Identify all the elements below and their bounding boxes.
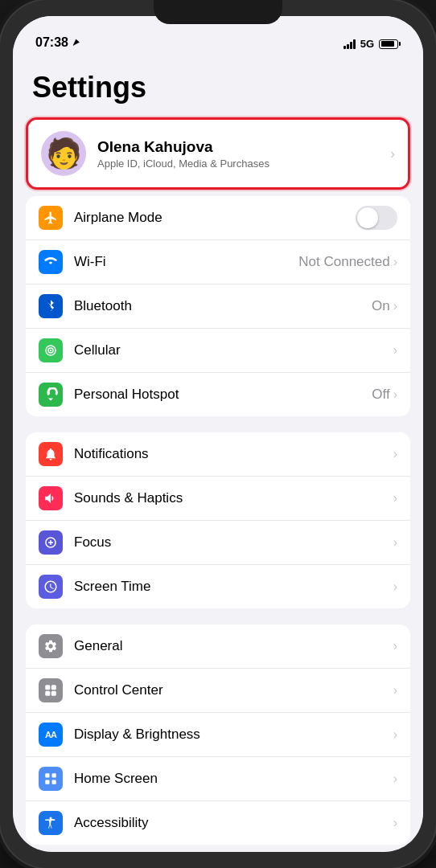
cellular-icon — [39, 338, 63, 362]
bluetooth-value: On — [372, 298, 390, 314]
screentime-chevron: › — [393, 579, 397, 594]
general-chevron: › — [393, 639, 397, 653]
general-label: General — [74, 638, 393, 654]
battery-tip — [399, 42, 401, 46]
wifi-label: Wi-Fi — [74, 254, 298, 270]
settings-item-wifi[interactable]: Wi-Fi Not Connected › — [26, 240, 410, 285]
svg-rect-10 — [52, 780, 56, 784]
settings-group-system: General › Control Center › — [26, 624, 410, 845]
cellular-chevron: › — [393, 343, 397, 358]
svg-rect-9 — [45, 780, 49, 784]
settings-item-bluetooth[interactable]: Bluetooth On › — [26, 285, 410, 329]
settings-item-notifications[interactable]: Notifications › — [26, 432, 410, 477]
controlcenter-icon — [39, 678, 63, 702]
settings-item-cellular[interactable]: Cellular › — [26, 329, 410, 373]
settings-item-hotspot[interactable]: Personal Hotspot Off › — [26, 373, 410, 416]
notifications-chevron: › — [393, 447, 397, 461]
settings-item-controlcenter[interactable]: Control Center › — [26, 669, 410, 713]
svg-rect-5 — [45, 691, 50, 696]
svg-point-2 — [50, 350, 51, 351]
profile-chevron: › — [390, 145, 395, 162]
signal-bar-3 — [350, 42, 352, 49]
screentime-icon — [39, 575, 63, 599]
settings-item-homescreen[interactable]: Home Screen › — [26, 757, 410, 801]
page-title: Settings — [13, 55, 423, 117]
signal-bar-1 — [343, 46, 346, 49]
settings-item-display[interactable]: AA Display & Brightness › — [26, 713, 410, 757]
battery-fill — [381, 41, 394, 47]
wifi-value: Not Connected — [298, 254, 389, 270]
signal-bar-4 — [353, 39, 356, 49]
display-label: Display & Brightness — [74, 727, 393, 743]
focus-icon — [39, 530, 63, 555]
sounds-label: Sounds & Haptics — [74, 490, 393, 506]
hotspot-icon — [39, 383, 63, 407]
avatar: 🧑 — [41, 131, 86, 176]
toggle-knob — [357, 207, 378, 228]
notifications-icon — [39, 442, 63, 466]
notifications-label: Notifications — [74, 446, 393, 462]
focus-chevron: › — [393, 535, 397, 550]
homescreen-label: Home Screen — [74, 771, 393, 787]
status-time: 07:38 — [35, 35, 81, 50]
controlcenter-label: Control Center — [74, 682, 393, 698]
notch — [154, 0, 282, 24]
wifi-chevron: › — [393, 255, 397, 269]
bluetooth-chevron: › — [393, 299, 397, 313]
display-icon: AA — [39, 723, 63, 747]
time-display: 07:38 — [35, 35, 68, 50]
svg-rect-6 — [51, 691, 56, 696]
display-chevron: › — [393, 727, 397, 742]
profile-subtitle: Apple ID, iCloud, Media & Purchases — [97, 158, 384, 170]
sounds-icon — [39, 486, 63, 510]
accessibility-chevron: › — [393, 816, 397, 830]
homescreen-icon — [39, 767, 63, 791]
battery-body — [379, 39, 398, 49]
hotspot-label: Personal Hotspot — [74, 387, 372, 403]
settings-group-connectivity: Airplane Mode Wi-Fi Not Connected › — [26, 196, 410, 416]
settings-item-sounds[interactable]: Sounds & Haptics › — [26, 477, 410, 521]
accessibility-icon — [39, 811, 63, 835]
hotspot-chevron: › — [393, 387, 397, 402]
settings-item-airplane-mode[interactable]: Airplane Mode — [26, 196, 410, 240]
general-icon — [39, 634, 63, 658]
bluetooth-icon — [39, 294, 63, 318]
settings-item-screentime[interactable]: Screen Time › — [26, 565, 410, 608]
controlcenter-chevron: › — [393, 683, 397, 698]
signal-bar-2 — [347, 44, 349, 49]
content-area[interactable]: Settings 🧑 Olena Kahujova Apple ID, iClo… — [13, 55, 423, 852]
focus-label: Focus — [74, 534, 393, 551]
network-badge: 5G — [360, 38, 374, 50]
settings-item-accessibility[interactable]: Accessibility › — [26, 801, 410, 845]
svg-rect-3 — [45, 685, 50, 690]
status-icons: 5G — [343, 38, 401, 50]
bluetooth-label: Bluetooth — [74, 298, 372, 314]
phone-frame: 07:38 5G — [0, 0, 436, 868]
settings-group-notifications: Notifications › Sounds & Haptics › — [26, 432, 410, 608]
svg-rect-7 — [45, 773, 49, 777]
wifi-icon — [39, 250, 63, 274]
settings-item-focus[interactable]: Focus › — [26, 521, 410, 565]
homescreen-chevron: › — [393, 772, 397, 786]
screen: 07:38 5G — [13, 16, 423, 852]
svg-rect-8 — [52, 773, 56, 777]
signal-bars — [343, 39, 356, 49]
hotspot-value: Off — [372, 387, 389, 403]
accessibility-label: Accessibility — [74, 815, 393, 831]
svg-rect-4 — [51, 685, 56, 690]
profile-name: Olena Kahujova — [97, 138, 384, 156]
profile-info: Olena Kahujova Apple ID, iCloud, Media &… — [97, 138, 384, 170]
settings-item-general[interactable]: General › — [26, 624, 410, 669]
airplane-mode-toggle[interactable] — [356, 206, 397, 230]
profile-card[interactable]: 🧑 Olena Kahujova Apple ID, iCloud, Media… — [26, 117, 410, 190]
location-arrow-icon — [72, 38, 81, 47]
cellular-label: Cellular — [74, 342, 393, 358]
battery-icon — [379, 39, 401, 49]
airplane-mode-icon — [39, 206, 63, 230]
sounds-chevron: › — [393, 491, 397, 506]
screentime-label: Screen Time — [74, 579, 393, 595]
airplane-mode-label: Airplane Mode — [74, 210, 356, 226]
